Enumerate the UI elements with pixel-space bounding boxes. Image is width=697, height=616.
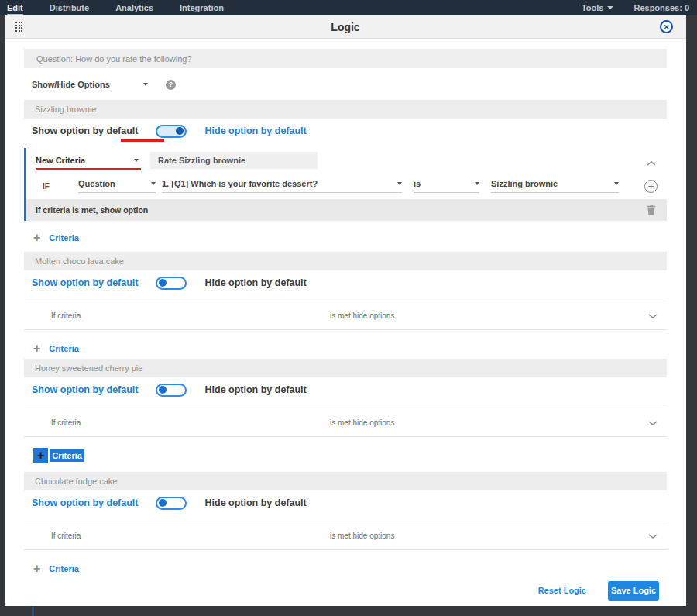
add-criteria-label: Criteria [49,344,79,353]
criteria-block: New Criteria Rate Sizzling brownie IF Qu… [24,148,667,221]
dialog-footer: Reset Logic Save Logic [24,580,667,601]
section-name: Chocolate fudge cake [35,477,117,486]
criteria-question-value: 1. [Q1] Which is your favorite dessert? [162,179,318,188]
chevron-down-icon [151,182,156,185]
logic-dialog: Logic ✕ Question: How do you rate the fo… [5,15,686,606]
annotation-underline [36,168,141,170]
criteria-operator-dropdown[interactable]: is [414,179,479,193]
dialog-header: Logic ✕ [5,15,686,39]
plus-icon: + [33,231,40,245]
criteria-result-bar: If criteria is met, show option [26,199,667,221]
collapsed-criteria-left: If criteria [51,311,81,320]
dialog-content: Question: How do you rate the following?… [5,39,686,606]
reset-logic-button[interactable]: Reset Logic [538,586,586,595]
hide-option-label[interactable]: Hide option by default [205,277,307,288]
chevron-down-icon[interactable] [648,419,658,428]
collapsed-criteria-right: is met hide options [330,532,394,540]
section-header: Molten choco lava cake [24,252,667,270]
show-option-label[interactable]: Show option by default [32,497,139,508]
nav-tab-analytics[interactable]: Analytics [115,2,153,14]
background-artifact [32,607,34,616]
plus-icon: + [33,448,48,463]
hide-option-label[interactable]: Hide option by default [205,497,307,508]
add-condition-icon[interactable]: + [644,180,658,193]
criteria-question-dropdown[interactable]: 1. [Q1] Which is your favorite dessert? [162,179,402,193]
chevron-down-icon[interactable] [648,312,658,321]
tools-label: Tools [582,3,604,12]
section-name: Sizzling brownie [35,105,96,114]
nav-tab-edit[interactable]: Edit [7,2,23,15]
tools-menu[interactable]: Tools [582,3,614,12]
collapsed-criteria-left: If criteria [51,418,81,427]
show-hide-toggle[interactable] [156,125,187,138]
nav-tab-integration[interactable]: Integration [180,2,224,14]
show-hide-toggle[interactable] [156,497,187,510]
help-icon[interactable]: ? [166,80,176,90]
trash-icon[interactable] [647,205,656,215]
criteria-value-text: Sizzling brownie [491,179,558,188]
criteria-operator-value: is [414,179,421,188]
criteria-result-text: If criteria is met, show option [36,205,148,215]
add-criteria-link[interactable]: + Criteria [33,561,667,576]
hide-option-label[interactable]: Hide option by default [205,384,307,395]
criteria-type-dropdown[interactable]: New Criteria [36,156,139,165]
hide-option-label[interactable]: Hide option by default [205,126,307,136]
add-criteria-label: Criteria [49,564,79,573]
add-criteria-label: Criteria [49,233,79,243]
chevron-down-icon [475,182,479,185]
section-name: Honey sweetened cherry pie [35,363,142,373]
plus-icon: + [33,342,40,356]
collapsed-criteria-left: If criteria [51,532,81,540]
section-name: Molten choco lava cake [35,256,124,266]
show-hide-toggle[interactable] [156,277,187,290]
responses-count: Responses: 0 [633,3,689,12]
section-header: Sizzling brownie [24,100,667,119]
chevron-down-icon [397,182,402,185]
add-criteria-link[interactable]: + Criteria [33,448,667,463]
add-criteria-link[interactable]: + Criteria [33,341,667,356]
show-option-label[interactable]: Show option by default [32,277,139,288]
dialog-title: Logic [5,21,686,33]
chevron-down-icon [143,83,148,86]
criteria-subject-value: Question [78,179,115,188]
section-header: Chocolate fudge cake [24,472,667,490]
question-label-bar: Question: How do you rate the following? [24,49,667,68]
collapsed-criteria-right: is met hide options [330,311,394,320]
criteria-value-dropdown[interactable]: Sizzling brownie [491,179,619,193]
chevron-down-icon [614,182,619,185]
collapsed-criteria-row[interactable]: If criteria is met hide options [24,521,667,550]
criteria-subject-dropdown[interactable]: Question [78,179,156,193]
show-option-label[interactable]: Show option by default [32,126,139,136]
show-hide-toggle[interactable] [156,384,187,397]
criteria-name-input[interactable]: Rate Sizzling brownie [150,152,318,169]
plus-icon: + [33,562,40,576]
chevron-down-icon [134,159,139,162]
section-header: Honey sweetened cherry pie [24,359,667,377]
collapsed-criteria-right: is met hide options [330,418,394,427]
question-text: Question: How do you rate the following? [36,54,192,64]
annotation-underline [121,139,164,142]
collapsed-criteria-row[interactable]: If criteria is met hide options [24,301,667,330]
chevron-up-icon[interactable] [647,156,656,170]
show-option-label[interactable]: Show option by default [32,384,139,395]
if-label: IF [43,182,58,191]
nav-tab-distribute[interactable]: Distribute [50,2,89,14]
add-criteria-label: Criteria [50,449,84,462]
save-logic-button[interactable]: Save Logic [608,581,659,601]
chevron-down-icon[interactable] [648,532,658,541]
add-criteria-link[interactable]: + Criteria [33,230,667,246]
logic-type-value: Show/Hide Options [32,80,110,89]
chevron-down-icon [607,6,613,9]
close-icon[interactable]: ✕ [660,20,673,33]
collapsed-criteria-row[interactable]: If criteria is met hide options [24,408,667,437]
logic-type-dropdown[interactable]: Show/Hide Options [32,80,148,89]
criteria-type-value: New Criteria [36,156,85,165]
nav-tabs: Edit Distribute Analytics Integration [7,2,224,15]
top-navigation-bar: Edit Distribute Analytics Integration To… [0,0,697,15]
